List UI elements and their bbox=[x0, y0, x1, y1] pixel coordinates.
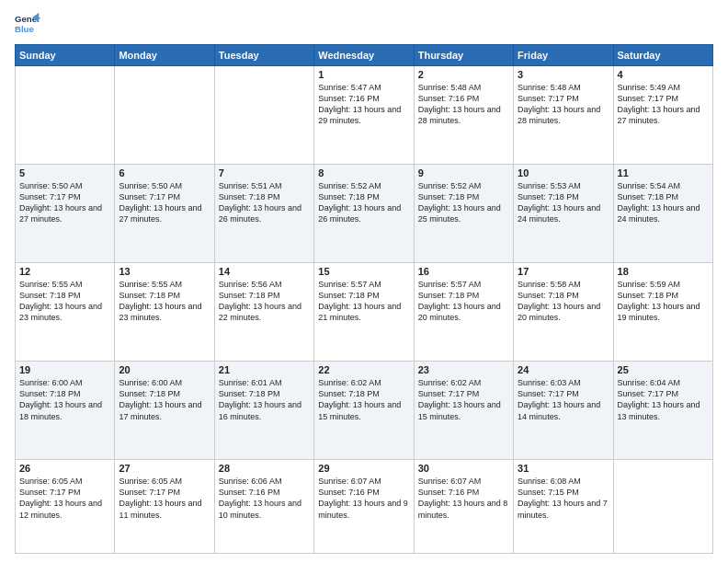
cell-info: Sunrise: 6:08 AM bbox=[518, 476, 609, 487]
cell-info: Daylight: 13 hours and 7 minutes. bbox=[518, 498, 609, 520]
column-header-saturday: Saturday bbox=[613, 45, 712, 66]
cell-info: Sunrise: 5:55 AM bbox=[19, 279, 110, 290]
cell-info: Sunrise: 5:47 AM bbox=[318, 82, 409, 93]
cell-info: Sunset: 7:17 PM bbox=[618, 93, 709, 104]
cell-info: Sunset: 7:16 PM bbox=[219, 487, 310, 498]
cell-info: Sunset: 7:18 PM bbox=[318, 388, 409, 399]
cell-info: Sunset: 7:16 PM bbox=[418, 93, 509, 104]
cell-info: Daylight: 13 hours and 28 minutes. bbox=[518, 104, 609, 126]
cell-info: Sunrise: 5:51 AM bbox=[219, 180, 310, 191]
cell-info: Sunset: 7:16 PM bbox=[418, 487, 509, 498]
calendar-cell: 3Sunrise: 5:48 AMSunset: 7:17 PMDaylight… bbox=[514, 66, 613, 165]
cell-info: Daylight: 13 hours and 19 minutes. bbox=[618, 301, 709, 323]
cell-info: Daylight: 13 hours and 18 minutes. bbox=[19, 399, 110, 421]
cell-info: Sunset: 7:17 PM bbox=[518, 93, 609, 104]
column-header-sunday: Sunday bbox=[16, 45, 115, 66]
cell-info: Sunrise: 5:50 AM bbox=[19, 180, 110, 191]
day-number: 21 bbox=[219, 364, 310, 375]
day-number: 19 bbox=[19, 364, 110, 375]
cell-info: Sunrise: 5:49 AM bbox=[618, 82, 709, 93]
cell-info: Sunset: 7:18 PM bbox=[19, 388, 110, 399]
day-number: 30 bbox=[418, 463, 509, 474]
cell-info: Sunrise: 6:03 AM bbox=[518, 377, 609, 388]
cell-info: Sunset: 7:17 PM bbox=[19, 191, 110, 202]
day-number: 27 bbox=[119, 463, 210, 474]
cell-info: Sunrise: 6:00 AM bbox=[119, 377, 210, 388]
day-number: 15 bbox=[318, 266, 409, 277]
day-number: 4 bbox=[618, 69, 709, 80]
cell-info: Daylight: 13 hours and 23 minutes. bbox=[19, 301, 110, 323]
column-header-friday: Friday bbox=[514, 45, 613, 66]
cell-info: Daylight: 13 hours and 29 minutes. bbox=[318, 104, 409, 126]
cell-info: Sunrise: 6:02 AM bbox=[418, 377, 509, 388]
cell-info: Sunrise: 5:55 AM bbox=[119, 279, 210, 290]
calendar-cell: 22Sunrise: 6:02 AMSunset: 7:18 PMDayligh… bbox=[314, 362, 414, 460]
calendar-cell: 29Sunrise: 6:07 AMSunset: 7:16 PMDayligh… bbox=[314, 460, 414, 554]
day-number: 3 bbox=[518, 69, 609, 80]
cell-info: Sunset: 7:15 PM bbox=[518, 487, 609, 498]
calendar-cell: 28Sunrise: 6:06 AMSunset: 7:16 PMDayligh… bbox=[214, 460, 313, 554]
cell-info: Sunrise: 5:48 AM bbox=[418, 82, 509, 93]
svg-text:Blue: Blue bbox=[15, 24, 34, 34]
column-header-monday: Monday bbox=[115, 45, 214, 66]
cell-info: Sunset: 7:18 PM bbox=[418, 290, 509, 301]
day-number: 1 bbox=[318, 69, 409, 80]
cell-info: Daylight: 13 hours and 13 minutes. bbox=[618, 399, 709, 421]
calendar-cell: 1Sunrise: 5:47 AMSunset: 7:16 PMDaylight… bbox=[314, 66, 414, 165]
cell-info: Sunset: 7:17 PM bbox=[618, 388, 709, 399]
calendar-cell: 10Sunrise: 5:53 AMSunset: 7:18 PMDayligh… bbox=[514, 165, 613, 263]
calendar-cell: 8Sunrise: 5:52 AMSunset: 7:18 PMDaylight… bbox=[314, 165, 414, 263]
logo-icon: General Blue bbox=[15, 11, 40, 37]
day-number: 16 bbox=[418, 266, 509, 277]
cell-info: Sunset: 7:17 PM bbox=[19, 487, 110, 498]
calendar-cell: 24Sunrise: 6:03 AMSunset: 7:17 PMDayligh… bbox=[514, 362, 613, 460]
cell-info: Daylight: 13 hours and 16 minutes. bbox=[219, 399, 310, 421]
column-header-thursday: Thursday bbox=[414, 45, 513, 66]
cell-info: Sunrise: 5:56 AM bbox=[219, 279, 310, 290]
day-number: 31 bbox=[518, 463, 609, 474]
cell-info: Daylight: 13 hours and 10 minutes. bbox=[219, 498, 310, 520]
cell-info: Sunrise: 5:54 AM bbox=[618, 180, 709, 191]
cell-info: Daylight: 13 hours and 26 minutes. bbox=[318, 202, 409, 224]
day-number: 14 bbox=[219, 266, 310, 277]
cell-info: Sunrise: 5:59 AM bbox=[618, 279, 709, 290]
day-number: 11 bbox=[618, 167, 709, 178]
cell-info: Daylight: 13 hours and 22 minutes. bbox=[219, 301, 310, 323]
cell-info: Sunset: 7:18 PM bbox=[19, 290, 110, 301]
day-number: 13 bbox=[119, 266, 210, 277]
cell-info: Sunset: 7:18 PM bbox=[318, 290, 409, 301]
calendar-cell: 20Sunrise: 6:00 AMSunset: 7:18 PMDayligh… bbox=[115, 362, 214, 460]
calendar-cell: 17Sunrise: 5:58 AMSunset: 7:18 PMDayligh… bbox=[514, 263, 613, 362]
cell-info: Sunset: 7:17 PM bbox=[518, 388, 609, 399]
cell-info: Sunset: 7:17 PM bbox=[119, 191, 210, 202]
calendar-cell: 14Sunrise: 5:56 AMSunset: 7:18 PMDayligh… bbox=[214, 263, 313, 362]
column-header-tuesday: Tuesday bbox=[214, 45, 313, 66]
calendar-cell: 15Sunrise: 5:57 AMSunset: 7:18 PMDayligh… bbox=[314, 263, 414, 362]
cell-info: Sunrise: 6:05 AM bbox=[119, 476, 210, 487]
cell-info: Daylight: 13 hours and 24 minutes. bbox=[518, 202, 609, 224]
cell-info: Daylight: 13 hours and 15 minutes. bbox=[418, 399, 509, 421]
cell-info: Sunrise: 6:05 AM bbox=[19, 476, 110, 487]
cell-info: Sunrise: 5:52 AM bbox=[418, 180, 509, 191]
cell-info: Sunrise: 6:06 AM bbox=[219, 476, 310, 487]
cell-info: Sunset: 7:18 PM bbox=[618, 191, 709, 202]
cell-info: Daylight: 13 hours and 27 minutes. bbox=[19, 202, 110, 224]
cell-info: Sunrise: 5:58 AM bbox=[518, 279, 609, 290]
cell-info: Sunset: 7:18 PM bbox=[219, 388, 310, 399]
calendar-cell bbox=[214, 66, 313, 165]
day-number: 9 bbox=[418, 167, 509, 178]
cell-info: Daylight: 13 hours and 12 minutes. bbox=[19, 498, 110, 520]
logo: General Blue bbox=[15, 11, 40, 37]
day-number: 10 bbox=[518, 167, 609, 178]
cell-info: Sunrise: 5:52 AM bbox=[318, 180, 409, 191]
cell-info: Sunrise: 5:50 AM bbox=[119, 180, 210, 191]
cell-info: Sunrise: 6:02 AM bbox=[318, 377, 409, 388]
calendar-cell: 23Sunrise: 6:02 AMSunset: 7:17 PMDayligh… bbox=[414, 362, 513, 460]
calendar-cell: 2Sunrise: 5:48 AMSunset: 7:16 PMDaylight… bbox=[414, 66, 513, 165]
day-number: 6 bbox=[119, 167, 210, 178]
cell-info: Sunset: 7:18 PM bbox=[119, 388, 210, 399]
header: General Blue bbox=[15, 11, 713, 37]
calendar-cell: 4Sunrise: 5:49 AMSunset: 7:17 PMDaylight… bbox=[613, 66, 712, 165]
cell-info: Sunrise: 5:57 AM bbox=[418, 279, 509, 290]
cell-info: Daylight: 13 hours and 26 minutes. bbox=[219, 202, 310, 224]
